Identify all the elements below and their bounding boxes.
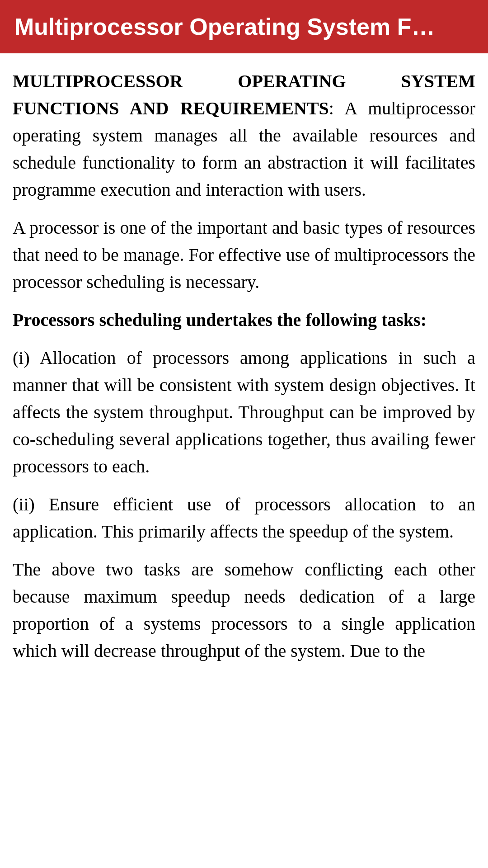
main-content: MULTIPROCESSOR OPERATING SYSTEM FUNCTION… [0,53,488,679]
processor-paragraph: A processor is one of the important and … [13,214,475,296]
header-title: Multiprocessor Operating System F… [14,13,435,41]
conflict-paragraph: The above two tasks are somehow conflict… [13,556,475,665]
page-header: Multiprocessor Operating System F… [0,0,488,53]
scheduling-subheading: Processors scheduling undertakes the fol… [13,307,475,334]
task-ii-paragraph: (ii) Ensure efficient use of processors … [13,491,475,545]
subheading-bold: Processors scheduling undertakes the fol… [13,310,427,330]
task-i-paragraph: (i) Allocation of processors among appli… [13,344,475,480]
intro-paragraph: MULTIPROCESSOR OPERATING SYSTEM FUNCTION… [13,68,475,203]
